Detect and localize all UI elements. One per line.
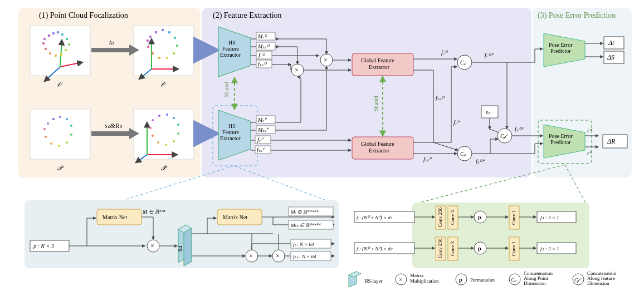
- out-ftsP: fₜₛᴾ: [257, 147, 266, 153]
- svg-point-44: [45, 136, 47, 138]
- label-s0R0: s₀&R₀: [105, 122, 123, 130]
- mult-2: ×: [320, 54, 333, 66]
- svg-point-24: [168, 31, 170, 33]
- svg-point-51: [158, 115, 160, 117]
- out-MrO: Mᵣᴼ: [257, 33, 268, 40]
- svg-point-15: [45, 48, 47, 50]
- svg-point-13: [55, 55, 57, 57]
- svg-point-27: [173, 52, 175, 55]
- out-dS: ΔS: [607, 53, 614, 61]
- svg-point-50: [152, 119, 154, 121]
- svg-text:Conv 3: Conv 3: [450, 241, 455, 256]
- svg-text:Conv 256: Conv 256: [437, 238, 443, 258]
- svg-point-28: [166, 57, 168, 59]
- legend: HS-layer × MatrixMultiplication p Permut…: [349, 270, 616, 287]
- svg-point-31: [147, 46, 149, 48]
- sub-p: p : N × 3: [33, 243, 54, 249]
- svg-point-43: [50, 142, 52, 145]
- sub-fin2: f : (Nᴼ + Nᴾ) × d₂: [357, 246, 393, 251]
- panel1-title: (1) Point Cloud Focalization: [39, 11, 128, 20]
- legend-hs: HS-layer: [349, 272, 383, 287]
- svg-point-22: [155, 31, 157, 33]
- sub-fr: fᵣ : N × 64: [293, 241, 314, 247]
- svg-text:MatrixMultiplication: MatrixMultiplication: [410, 273, 439, 284]
- mn2: Matrix Net: [223, 214, 247, 220]
- svg-point-21: [149, 36, 152, 38]
- legend-cp: Cₚ ConcatenationAlong PointDimension: [509, 270, 553, 286]
- sub-mult3: ×: [272, 250, 285, 262]
- svg-point-26: [176, 45, 178, 47]
- hs-shared-label: Shared: [223, 82, 230, 97]
- svg-point-30: [152, 52, 154, 55]
- gfe-shared-label: Shared: [373, 96, 379, 111]
- sub-f1: f₁ : 3 × 1: [540, 215, 559, 220]
- svg-point-8: [61, 33, 64, 36]
- svg-text:×: ×: [150, 242, 154, 250]
- out-dt: Δt: [608, 39, 614, 47]
- svg-point-14: [49, 52, 51, 55]
- svg-point-6: [52, 32, 55, 34]
- svg-point-38: [66, 118, 68, 120]
- svg-text:×: ×: [249, 252, 253, 260]
- svg-point-56: [173, 140, 175, 142]
- svg-text:Cₚ: Cₚ: [460, 151, 467, 157]
- cf-node: C𝒻: [497, 129, 512, 143]
- svg-rect-17: [134, 26, 194, 76]
- sub-Mts: Mₜₛ ∈ ℝ⁶⁴ˣ⁶⁴: [290, 223, 321, 228]
- svg-point-41: [66, 141, 68, 144]
- svg-text:×: ×: [399, 277, 402, 283]
- svg-point-54: [177, 124, 179, 126]
- mn1: Matrix Net: [103, 214, 127, 220]
- sub-M: M ∈ ℝ³ˣ³: [142, 209, 165, 215]
- svg-point-53: [173, 117, 175, 119]
- svg-point-37: [59, 116, 61, 118]
- pointcloud-Ohat: [134, 26, 194, 79]
- perm1: p: [474, 211, 486, 223]
- svg-text:×: ×: [295, 66, 299, 74]
- fsOP: fₛᴼᴾ: [515, 126, 525, 132]
- svg-point-16: [42, 42, 45, 45]
- perm2: p: [474, 242, 486, 254]
- svg-point-25: [174, 37, 176, 39]
- svg-text:p: p: [459, 277, 462, 283]
- svg-point-45: [43, 128, 46, 130]
- svg-point-36: [52, 118, 55, 120]
- pointcloud-O: [30, 26, 90, 81]
- svg-text:Pose ErrorPredictor: Pose ErrorPredictor: [549, 133, 573, 145]
- svg-text:ConcatenationAlong featureDime: ConcatenationAlong featureDimension: [587, 270, 616, 286]
- svg-text:Conv 1: Conv 1: [511, 210, 516, 225]
- svg-point-60: [149, 127, 152, 129]
- svg-point-12: [60, 53, 62, 56]
- sub-cube64: 64: [177, 225, 192, 266]
- ftOP: fₜᴼᴾ: [476, 159, 485, 165]
- svg-text:p: p: [478, 214, 481, 220]
- pointcloud-P: [30, 109, 90, 159]
- s0-label: s₀: [486, 109, 491, 115]
- architecture-diagram: (1) Point Cloud Focalization (2) Feature…: [0, 0, 644, 291]
- out-MrP: Mᵣᴾ: [257, 117, 267, 123]
- svg-text:Permutation: Permutation: [470, 277, 495, 283]
- out-MtsO: Mₜₛᴼ: [257, 43, 270, 50]
- svg-point-9: [66, 38, 68, 40]
- svg-text:ConcatenationAlong PointDimens: ConcatenationAlong PointDimension: [524, 270, 553, 286]
- sub-mult2: ×: [246, 250, 258, 262]
- svg-point-11: [65, 49, 67, 51]
- svg-point-32: [147, 40, 149, 42]
- svg-point-59: [152, 135, 154, 137]
- sub-fts: fₜₛ : N × 64: [293, 254, 316, 259]
- pointcloud-Phat: [134, 109, 194, 162]
- sub-Mr: Mᵣ ∈ ℝ⁶⁴ˣ⁶⁴: [290, 209, 319, 215]
- svg-point-57: [165, 144, 167, 146]
- legend-cf: C𝒻 ConcatenationAlong featureDimension: [573, 270, 616, 286]
- panel3-title: (3) Pose Error Prediction: [538, 11, 616, 20]
- gfe-bottom: Global FeatureExtractor: [352, 137, 413, 159]
- svg-point-7: [57, 31, 59, 33]
- svg-text:Cₚ: Cₚ: [511, 277, 516, 283]
- out-MtsP: Mₜₛᴾ: [257, 127, 270, 133]
- frOP: fᵣᴼᴾ: [485, 52, 494, 58]
- svg-point-4: [43, 38, 46, 40]
- svg-text:×: ×: [276, 252, 280, 260]
- cp-bottom: Cₚ: [457, 146, 472, 161]
- svg-point-42: [58, 145, 60, 147]
- svg-rect-46: [134, 109, 194, 159]
